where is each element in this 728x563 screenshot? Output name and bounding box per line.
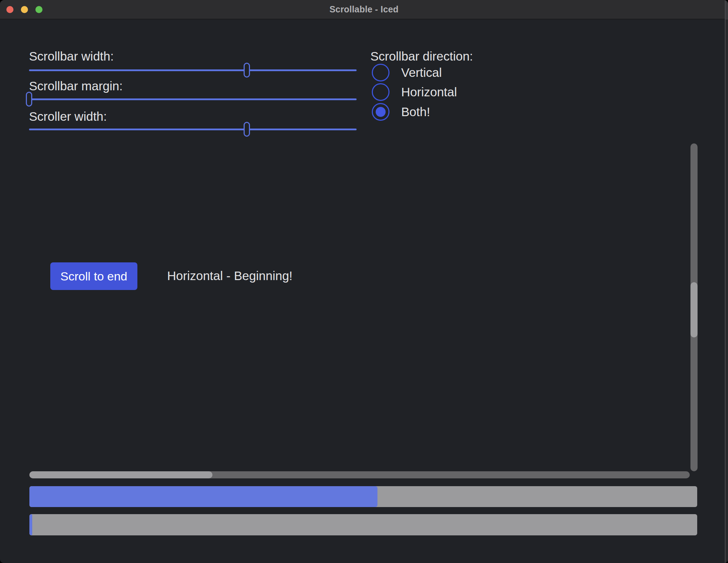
horizontal-progress-bar: [29, 486, 697, 507]
radio-both-label: Both!: [401, 105, 430, 119]
radio-circle-icon[interactable]: [372, 64, 389, 81]
radio-circle-icon[interactable]: [372, 103, 389, 121]
zoom-icon[interactable]: [35, 6, 42, 13]
scroll-to-end-button[interactable]: Scroll to end: [50, 262, 137, 290]
scroll-status-text: Horizontal - Beginning!: [167, 269, 292, 283]
progress-fill: [29, 514, 32, 535]
window-title: Scrollable - Iced: [0, 0, 728, 19]
scrollbar-margin-label: Scrollbar margin:: [29, 79, 123, 93]
vertical-scrollbar-track[interactable]: [690, 143, 698, 471]
slider-rail[interactable]: [29, 69, 357, 71]
vertical-scrollbar-thumb[interactable]: [690, 282, 698, 337]
close-icon[interactable]: [6, 6, 13, 13]
titlebar: Scrollable - Iced: [0, 0, 728, 19]
radio-horizontal-label: Horizontal: [401, 85, 457, 99]
scroller-width-slider[interactable]: [29, 122, 357, 137]
app-window: Scrollable - Iced Scrollbar width: Scrol…: [0, 0, 728, 563]
slider-rail[interactable]: [29, 98, 357, 100]
radio-dot-icon: [376, 107, 386, 117]
slider-rail[interactable]: [29, 129, 357, 130]
radio-circle-icon[interactable]: [372, 83, 389, 101]
scrollbar-direction-label: Scrollbar direction:: [370, 49, 473, 64]
scrollbar-width-label: Scrollbar width:: [29, 49, 114, 64]
window-right-edge-top: [726, 0, 728, 19]
horizontal-scrollbar-thumb[interactable]: [29, 471, 212, 478]
radio-horizontal[interactable]: Horizontal: [372, 83, 457, 101]
radio-vertical[interactable]: Vertical: [372, 64, 442, 81]
progress-fill: [29, 486, 377, 507]
slider-handle[interactable]: [244, 122, 250, 137]
scrollbar-width-slider[interactable]: [29, 63, 357, 78]
slider-handle[interactable]: [244, 63, 250, 78]
radio-vertical-label: Vertical: [401, 66, 442, 80]
radio-both[interactable]: Both!: [372, 103, 430, 121]
scrollbar-margin-slider[interactable]: [29, 92, 357, 107]
scroll-to-end-button-label: Scroll to end: [61, 269, 127, 283]
minimize-icon[interactable]: [21, 6, 28, 13]
window-right-edge: [726, 0, 728, 563]
slider-handle[interactable]: [26, 92, 32, 107]
horizontal-scrollbar-track[interactable]: [29, 471, 690, 478]
vertical-progress-bar: [29, 514, 697, 535]
